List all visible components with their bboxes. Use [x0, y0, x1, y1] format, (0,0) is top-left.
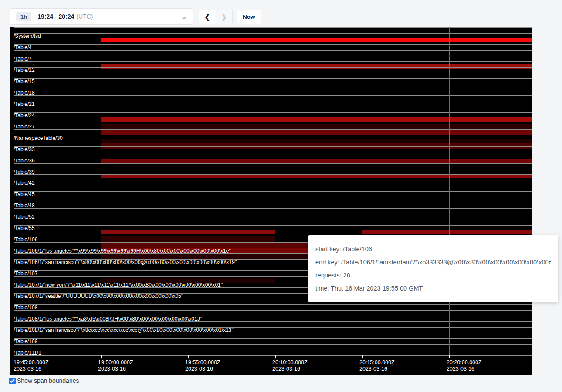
- chevron-right-icon: ❯: [221, 13, 227, 21]
- show-span-boundaries-checkbox[interactable]: [9, 378, 16, 384]
- time-gridline: [101, 27, 101, 358]
- axis-time: 19:50:00.000Z: [98, 359, 133, 366]
- span-boundary-line: [14, 180, 532, 180]
- row-label: /Table/111/1: [14, 350, 41, 355]
- span-boundary-line: [14, 56, 532, 56]
- row-label: /Table/108/1/"san francisco"/"\x8c\xcc\x…: [14, 328, 234, 333]
- axis-date: 2023-03-16: [14, 366, 49, 372]
- time-gridline: [449, 27, 450, 358]
- span-boundary-line: [14, 163, 532, 164]
- row-label: /Table/106/1/"los angeles"/"\x99\x99\x99…: [14, 248, 231, 253]
- span-boundary-line: [14, 169, 532, 169]
- row-label: /Table/36: [14, 158, 35, 163]
- row-label: /Table/106: [14, 237, 37, 242]
- span-boundary-line: [14, 355, 532, 356]
- row-label: /Table/55: [14, 226, 35, 231]
- row-label: /Table/21: [14, 101, 35, 107]
- axis-tick-label: 19:55:00.000Z2023-03-16: [185, 359, 220, 372]
- show-span-boundaries-row: Show span boundaries: [9, 377, 79, 384]
- now-button[interactable]: Now: [237, 10, 261, 24]
- row-label: /Table/42: [14, 180, 35, 186]
- span-boundary-line: [14, 186, 532, 186]
- row-label: /Table/107: [14, 271, 37, 276]
- span-boundary-line: [14, 107, 532, 107]
- axis-time: 20:20:00.000Z: [447, 359, 482, 366]
- span-boundary-line: [14, 101, 532, 101]
- span-boundary-line: [14, 350, 532, 350]
- span-boundary-line: [14, 191, 532, 192]
- row-label: /Table/106/1/"san francisco"/"\x80\x00\x…: [14, 260, 237, 265]
- span-boundary-line: [14, 44, 532, 45]
- row-label: /Table/108/1/"los angeles"/"\xa8\xf5\u00…: [14, 316, 202, 321]
- axis-tick-label: 20:15:00.000Z2023-03-16: [359, 359, 395, 372]
- span-boundary-line: [14, 174, 532, 175]
- span-boundary-line: [14, 304, 532, 305]
- time-gridline: [188, 27, 188, 358]
- span-boundary-line: [14, 158, 532, 158]
- row-label: /System/tsd: [14, 34, 41, 39]
- next-time-button[interactable]: ❯: [216, 10, 233, 24]
- time-range-badge: 1h: [16, 12, 31, 21]
- row-label: /Table/27: [14, 124, 35, 129]
- chevron-left-icon: ❮: [204, 13, 210, 21]
- span-boundary-line: [14, 67, 532, 68]
- span-boundary-line: [14, 338, 532, 339]
- axis-time: 20:10:00.000Z: [272, 359, 308, 366]
- axis-tick-label: 20:10:00.000Z2023-03-16: [272, 359, 308, 372]
- axis-time: 20:15:00.000Z: [359, 359, 395, 366]
- span-boundary-line: [14, 344, 532, 345]
- span-boundary-line: [14, 61, 532, 62]
- row-label: /Table/24: [14, 113, 35, 118]
- row-label: /Table/52: [14, 214, 35, 220]
- span-boundary-line: [14, 141, 532, 141]
- row-label: /Table/45: [14, 192, 35, 197]
- span-boundary-line: [14, 129, 532, 130]
- span-boundary-line: [14, 78, 532, 79]
- axis-tick: [188, 355, 189, 358]
- tooltip-time: time: Thu, 16 Mar 2023 19:55:00 GMT: [315, 285, 551, 292]
- key-visualizer-heatmap[interactable]: /System/tsd/Table/4/Table/7/Table/12/Tab…: [10, 27, 532, 375]
- span-boundary-line: [14, 197, 532, 197]
- span-boundary-line: [14, 95, 532, 96]
- axis-date: 2023-03-16: [185, 366, 220, 372]
- span-tooltip: start key: /Table/106 end key: /Table/10…: [308, 235, 558, 302]
- span-boundary-line: [14, 84, 532, 84]
- axis-date: 2023-03-16: [98, 366, 133, 372]
- span-boundary-line: [14, 220, 532, 220]
- span-boundary-line: [14, 112, 532, 113]
- heat-band: [101, 129, 532, 135]
- time-nav-group: ❮ ❯: [199, 10, 233, 24]
- row-label: /NamespaceTable/30: [14, 135, 63, 141]
- axis-tick-label: 20:20:00.000Z2023-03-16: [447, 359, 482, 372]
- span-boundary-line: [14, 208, 532, 209]
- row-label: /Table/109: [14, 339, 37, 344]
- row-label: /Table/33: [14, 147, 35, 152]
- span-boundary-line: [14, 135, 532, 135]
- span-boundary-line: [14, 27, 532, 28]
- row-label: /Table/4: [14, 45, 32, 50]
- row-label: /Table/48: [14, 203, 35, 208]
- time-gridline: [275, 27, 275, 358]
- axis-tick-label: 19:50:00.000Z2023-03-16: [98, 359, 133, 372]
- row-label: /Table/107/1/"new york"/"\x11\x11\x11\x1…: [14, 282, 223, 287]
- span-boundary-line: [14, 310, 532, 311]
- time-range-select[interactable]: 1h 19:24 - 20:24 (UTC) ⌄: [10, 8, 193, 25]
- axis-time: 19:45:00.000Z: [14, 359, 49, 366]
- row-label: /Table/107/1/"seattle"/"UUUUUUD\x00\x80\…: [14, 294, 183, 299]
- prev-time-button[interactable]: ❮: [199, 10, 216, 24]
- row-label: /Table/39: [14, 169, 35, 175]
- span-boundary-line: [14, 203, 532, 203]
- span-boundary-line: [14, 214, 532, 214]
- span-boundary-line: [14, 225, 532, 226]
- row-label: /Table/18: [14, 90, 35, 95]
- time-range-timezone: (UTC): [76, 13, 93, 20]
- span-boundary-line: [14, 152, 532, 152]
- tooltip-requests: requests: 28: [315, 272, 551, 279]
- tooltip-start-key: start key: /Table/106: [315, 246, 551, 253]
- axis-date: 2023-03-16: [447, 366, 482, 372]
- axis-date: 2023-03-16: [272, 366, 308, 372]
- time-gridline: [362, 27, 362, 358]
- axis-tick: [449, 355, 450, 358]
- row-label: /Table/7: [14, 56, 32, 61]
- span-boundary-line: [14, 124, 532, 124]
